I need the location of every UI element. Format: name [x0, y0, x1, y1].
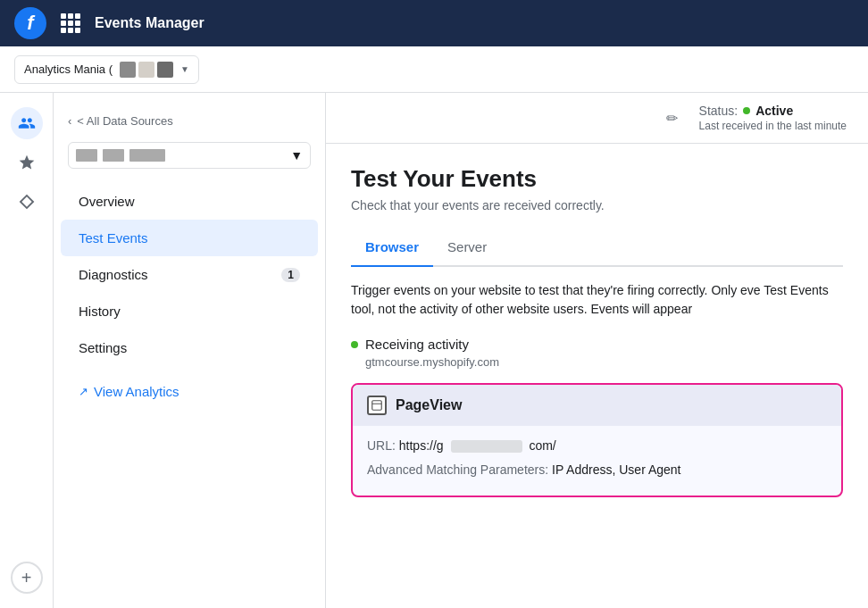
- back-link-label: < All Data Sources: [77, 114, 172, 128]
- tab-browser[interactable]: Browser: [351, 230, 433, 267]
- icon-sidebar: +: [0, 93, 54, 608]
- back-link[interactable]: ‹ < All Data Sources: [54, 107, 325, 135]
- chevron-down-icon: ▼: [180, 64, 189, 74]
- url-row: URL: https://g com/: [367, 437, 827, 455]
- activity-row: Receiving activity: [351, 337, 843, 352]
- nav-history[interactable]: History: [61, 293, 318, 329]
- svg-rect-0: [372, 401, 382, 411]
- swatch-2: [138, 62, 154, 78]
- apps-grid-icon[interactable]: [61, 13, 80, 33]
- nav-overview[interactable]: Overview: [61, 183, 318, 220]
- pageview-card[interactable]: PageView URL: https://g com/ Advanced Ma…: [351, 383, 843, 497]
- status-section: Status: Active Last received in the last…: [699, 104, 847, 132]
- amp-label: Advanced Matching Parameters:: [367, 462, 548, 477]
- add-icon-btn[interactable]: +: [11, 562, 43, 594]
- amp-value: IP Address, User Agent: [552, 462, 681, 477]
- activity-url: gtmcourse.myshopify.com: [365, 355, 843, 369]
- facebook-logo: f: [14, 7, 46, 39]
- tabs-bar: Browser Server: [351, 230, 843, 267]
- status-value: Active: [755, 104, 793, 118]
- status-active-dot: [743, 107, 750, 114]
- top-navbar: f Events Manager: [0, 0, 868, 46]
- activity-dot: [351, 341, 358, 348]
- app-title: Events Manager: [95, 15, 204, 31]
- people-icon-btn[interactable]: [11, 107, 43, 139]
- url-suffix: com/: [529, 438, 555, 453]
- nav-menu: ‹ < All Data Sources ▼ Overview Test Eve…: [54, 93, 326, 608]
- nav-settings[interactable]: Settings: [61, 329, 318, 366]
- activity-section: Receiving activity gtmcourse.myshopify.c…: [351, 337, 843, 369]
- nav-test-events-label: Test Events: [79, 230, 148, 246]
- view-analytics-link[interactable]: ↗ View Analytics: [61, 373, 318, 410]
- nav-settings-label: Settings: [79, 340, 127, 355]
- content-body: Test Your Events Check that your events …: [326, 144, 868, 608]
- page-title: Test Your Events: [351, 165, 843, 193]
- star-icon-btn[interactable]: [11, 146, 43, 179]
- main-layout: + ‹ < All Data Sources ▼ Overview Test E…: [0, 93, 868, 608]
- diamond-icon-btn[interactable]: [11, 186, 43, 218]
- ds-bars-icon: [76, 149, 165, 162]
- chevron-down-icon: ▼: [290, 148, 303, 162]
- swatch-3: [157, 62, 173, 78]
- color-swatches: [120, 62, 173, 78]
- pageview-header: PageView: [353, 385, 841, 426]
- status-sub-text: Last received in the last minute: [699, 120, 847, 132]
- tab-server[interactable]: Server: [433, 230, 501, 267]
- activity-label: Receiving activity: [365, 337, 469, 352]
- page-view-icon: [367, 396, 387, 415]
- account-selector[interactable]: Analytics Mania ( ▼: [14, 55, 199, 84]
- status-row: Status: Active: [699, 104, 847, 118]
- trigger-description: Trigger events on your website to test t…: [351, 281, 843, 319]
- pageview-title: PageView: [396, 397, 462, 413]
- nav-diagnostics-label: Diagnostics: [79, 267, 148, 282]
- nav-diagnostics[interactable]: Diagnostics 1: [61, 256, 318, 293]
- url-redacted: [451, 440, 522, 453]
- nav-overview-label: Overview: [79, 194, 135, 209]
- content-header: ✏ Status: Active Last received in the la…: [326, 93, 868, 144]
- nav-test-events[interactable]: Test Events: [61, 220, 318, 256]
- account-name: Analytics Mania (: [24, 62, 113, 76]
- status-label: Status:: [699, 104, 739, 118]
- pageview-details: URL: https://g com/ Advanced Matching Pa…: [353, 426, 841, 496]
- edit-icon[interactable]: ✏: [666, 110, 678, 127]
- url-start: https://g: [399, 438, 444, 453]
- amp-row: Advanced Matching Parameters: IP Address…: [367, 461, 827, 479]
- swatch-1: [120, 62, 136, 78]
- datasource-selector[interactable]: ▼: [68, 142, 311, 169]
- sub-navbar: Analytics Mania ( ▼: [0, 46, 868, 93]
- page-subtitle: Check that your events are received corr…: [351, 198, 843, 212]
- external-link-icon: ↗: [79, 385, 88, 398]
- diagnostics-badge: 1: [281, 268, 300, 282]
- view-analytics-label: View Analytics: [94, 384, 179, 399]
- main-content: ✏ Status: Active Last received in the la…: [326, 93, 868, 608]
- nav-history-label: History: [79, 304, 121, 319]
- back-arrow-icon: ‹: [68, 114, 71, 128]
- url-label: URL:: [367, 438, 396, 453]
